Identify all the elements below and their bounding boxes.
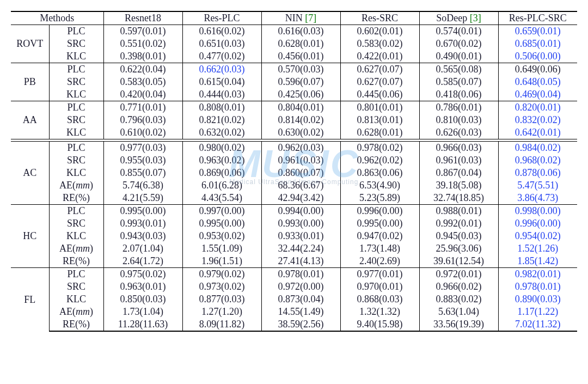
cell-value: 0.808(0.01) xyxy=(182,101,261,114)
group-label: HC xyxy=(11,205,49,268)
cell-value: 0.583(0.05) xyxy=(103,76,182,88)
cell-value: 0.994(0.00) xyxy=(261,205,340,218)
cell-value: 0.998(0.00) xyxy=(498,205,577,218)
cell-value: 0.630(0.02) xyxy=(261,126,340,139)
cell-value: 0.628(0.01) xyxy=(340,126,419,139)
cell-value: 0.968(0.02) xyxy=(498,154,577,167)
col-sodeep-cite: [3] xyxy=(470,13,481,23)
metric-label: KLC xyxy=(49,230,103,242)
cell-value: 1.32(1.32) xyxy=(340,306,419,318)
cell-value: 0.418(0.06) xyxy=(419,88,498,101)
table-row: KLC0.850(0.03)0.877(0.03)0.873(0.04)0.86… xyxy=(11,293,577,306)
cell-value: 0.821(0.02) xyxy=(182,114,261,126)
cell-value: 0.855(0.07) xyxy=(103,167,182,179)
table-row: SRC0.963(0.01)0.973(0.02)0.972(0.00)0.97… xyxy=(11,281,577,293)
cell-value: 0.477(0.02) xyxy=(182,50,261,63)
metric-label: SRC xyxy=(49,76,103,88)
table-row: HCPLC0.995(0.00)0.997(0.00)0.994(0.00)0.… xyxy=(11,205,577,218)
col-nin-cite: [7] xyxy=(305,13,316,23)
cell-value: 0.873(0.04) xyxy=(261,293,340,306)
cell-value: 0.977(0.01) xyxy=(340,268,419,281)
cell-value: 9.40(15.98) xyxy=(340,318,419,331)
cell-value: 0.583(0.02) xyxy=(340,38,419,50)
cell-value: 0.456(0.01) xyxy=(261,50,340,63)
metric-label: SRC xyxy=(49,114,103,126)
table-row: RE(%)4.21(5.59)4.43(5.54)42.94(3.42)5.23… xyxy=(11,192,577,205)
cell-value: 0.953(0.02) xyxy=(182,230,261,242)
cell-value: 0.984(0.02) xyxy=(498,142,577,155)
cell-value: 0.970(0.01) xyxy=(340,281,419,293)
table-row: KLC0.398(0.01)0.477(0.02)0.456(0.01)0.42… xyxy=(11,50,577,63)
cell-value: 0.863(0.06) xyxy=(340,167,419,179)
table-row: FLPLC0.975(0.02)0.979(0.02)0.978(0.01)0.… xyxy=(11,268,577,281)
cell-value: 0.955(0.03) xyxy=(103,154,182,167)
col-resnet18: Resnet18 xyxy=(103,11,182,25)
cell-value: 32.74(18.85) xyxy=(419,192,498,205)
cell-value: 0.622(0.04) xyxy=(103,63,182,76)
col-res-plc: Res-PLC xyxy=(182,11,261,25)
cell-value: 5.74(6.38) xyxy=(103,179,182,192)
cell-value: 0.820(0.01) xyxy=(498,101,577,114)
cell-value: 0.988(0.01) xyxy=(419,205,498,218)
metric-label: PLC xyxy=(49,63,103,76)
metric-label: KLC xyxy=(49,167,103,179)
group-label: PB xyxy=(11,63,49,101)
metric-label: KLC xyxy=(49,50,103,63)
cell-value: 0.585(0.07) xyxy=(419,76,498,88)
cell-value: 39.18(5.08) xyxy=(419,179,498,192)
results-table: Methods Resnet18 Res-PLC NIN [7] Res-SRC… xyxy=(11,11,577,332)
cell-value: 0.551(0.02) xyxy=(103,38,182,50)
cell-value: 0.995(0.00) xyxy=(103,205,182,218)
cell-value: 14.55(1.49) xyxy=(261,306,340,318)
cell-value: 0.804(0.01) xyxy=(261,101,340,114)
metric-label: RE(%) xyxy=(49,192,103,205)
table-header-row: Methods Resnet18 Res-PLC NIN [7] Res-SRC… xyxy=(11,11,577,25)
cell-value: 0.627(0.07) xyxy=(340,63,419,76)
metric-label: SRC xyxy=(49,217,103,230)
cell-value: 0.979(0.02) xyxy=(182,268,261,281)
metric-label: PLC xyxy=(49,101,103,114)
metric-label: PLC xyxy=(49,268,103,281)
cell-value: 0.997(0.00) xyxy=(182,205,261,218)
cell-value: 1.17(1.22) xyxy=(498,306,577,318)
cell-value: 0.786(0.01) xyxy=(419,101,498,114)
cell-value: 0.570(0.03) xyxy=(261,63,340,76)
cell-value: 4.43(5.54) xyxy=(182,192,261,205)
table-row: AE(mm)1.73(1.04)1.27(1.20)14.55(1.49)1.3… xyxy=(11,306,577,318)
cell-value: 25.96(3.06) xyxy=(419,242,498,255)
metric-label: PLC xyxy=(49,25,103,38)
cell-value: 0.978(0.01) xyxy=(498,281,577,293)
table-row: KLC0.943(0.03)0.953(0.02)0.933(0.01)0.94… xyxy=(11,230,577,242)
metric-label: AE(mm) xyxy=(49,242,103,255)
cell-value: 0.982(0.01) xyxy=(498,268,577,281)
metric-label: RE(%) xyxy=(49,255,103,268)
table-row: AE(mm)5.74(6.38)6.01(6.28)68.36(6.67)6.5… xyxy=(11,179,577,192)
cell-value: 0.445(0.06) xyxy=(340,88,419,101)
cell-value: 0.945(0.03) xyxy=(419,230,498,242)
cell-value: 0.947(0.02) xyxy=(340,230,419,242)
cell-value: 0.954(0.02) xyxy=(498,230,577,242)
table-row: AAPLC0.771(0.01)0.808(0.01)0.804(0.01)0.… xyxy=(11,101,577,114)
cell-value: 1.73(1.48) xyxy=(340,242,419,255)
cell-value: 0.961(0.03) xyxy=(419,154,498,167)
cell-value: 8.09(11.82) xyxy=(182,318,261,331)
cell-value: 0.662(0.03) xyxy=(182,63,261,76)
col-nin-label: NIN xyxy=(285,13,303,23)
metric-label: KLC xyxy=(49,88,103,101)
table-row: PBPLC0.622(0.04)0.662(0.03)0.570(0.03)0.… xyxy=(11,63,577,76)
cell-value: 0.685(0.01) xyxy=(498,38,577,50)
cell-value: 0.597(0.01) xyxy=(103,25,182,38)
cell-value: 0.814(0.02) xyxy=(261,114,340,126)
metric-label: AE(mm) xyxy=(49,179,103,192)
cell-value: 27.41(4.13) xyxy=(261,255,340,268)
cell-value: 0.651(0.03) xyxy=(182,38,261,50)
cell-value: 38.59(2.56) xyxy=(261,318,340,331)
cell-value: 0.993(0.00) xyxy=(261,217,340,230)
cell-value: 0.642(0.01) xyxy=(498,126,577,139)
table-row: KLC0.420(0.04)0.444(0.03)0.425(0.06)0.44… xyxy=(11,88,577,101)
metric-label: SRC xyxy=(49,154,103,167)
table-row: SRC0.993(0.01)0.995(0.00)0.993(0.00)0.99… xyxy=(11,217,577,230)
cell-value: 0.425(0.06) xyxy=(261,88,340,101)
metric-label: PLC xyxy=(49,205,103,218)
cell-value: 0.878(0.06) xyxy=(498,167,577,179)
